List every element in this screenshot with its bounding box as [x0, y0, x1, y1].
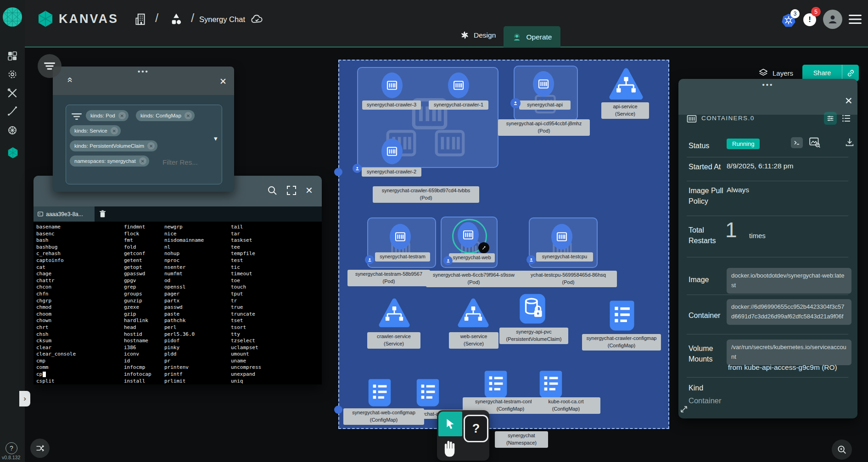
view-config-toggle[interactable]: [824, 112, 837, 125]
action-badge[interactable]: [478, 242, 489, 253]
node-configmap-web[interactable]: [367, 378, 392, 407]
layers-button[interactable]: Layers: [758, 68, 793, 78]
chip-remove-icon[interactable]: ✕: [111, 127, 118, 134]
hamburger-menu-icon[interactable]: [849, 14, 862, 24]
chip-remove-icon[interactable]: ✕: [118, 112, 126, 119]
node-pod-testcpu[interactable]: [551, 224, 572, 250]
help-button[interactable]: ?: [6, 442, 17, 454]
collapse-icon[interactable]: «: [65, 77, 76, 83]
tab-design[interactable]: Design: [460, 30, 496, 40]
row-label-image-pull-policy: Image Pull Policy: [689, 185, 723, 206]
row-value-volume-mount-path[interactable]: /var/run/secrets/kubernetes.io/serviceac…: [727, 340, 851, 365]
node-pod-testram[interactable]: [390, 224, 411, 250]
group-collapse-badge[interactable]: [365, 255, 374, 264]
divider: [687, 334, 848, 334]
details-close-icon[interactable]: ✕: [845, 95, 853, 106]
tool-select-arrow[interactable]: [438, 412, 462, 436]
filter-chip-namespace[interactable]: namespaces: synergychat ✕: [70, 156, 149, 167]
terminal-column-1: basename basenc bash bashbug c_rehash ca…: [36, 224, 76, 384]
terminal-output[interactable]: basename basenc bash bashbug c_rehash ca…: [34, 222, 322, 384]
node-pod-api[interactable]: [533, 71, 554, 97]
node-configmap-kube-root[interactable]: [538, 370, 563, 399]
filter-chip-label: namespaces: synergychat: [74, 158, 136, 164]
restarts-unit: times: [749, 232, 766, 239]
organization-icon[interactable]: [134, 12, 148, 26]
branch-arrows-icon: [35, 444, 45, 453]
filter-chip-kinds-pod[interactable]: kinds: Pod ✕: [86, 110, 129, 121]
image-inspect-icon[interactable]: [809, 137, 821, 148]
filter-chip-kinds-service[interactable]: kinds: Service ✕: [70, 125, 121, 136]
terminal-close-icon[interactable]: ✕: [305, 185, 313, 196]
sidebar-item-dashboard[interactable]: [7, 50, 18, 61]
operate-headset-icon: [512, 32, 522, 42]
node-pod-crawler-3[interactable]: [381, 72, 403, 98]
sidebar-item-kanvas-active[interactable]: [7, 147, 19, 159]
sidebar-item-settings[interactable]: [7, 69, 18, 80]
node-configmap-api[interactable]: [415, 378, 440, 407]
node-service-crawler[interactable]: [378, 298, 410, 328]
arrange-layout-button[interactable]: [30, 439, 50, 458]
group-collapse-badge[interactable]: [510, 98, 521, 108]
node-pvc-synergy-api[interactable]: [519, 293, 546, 325]
tab-operate[interactable]: Operate: [504, 26, 560, 48]
row-label-container: Container: [689, 310, 720, 321]
list-view-icon[interactable]: [842, 114, 851, 123]
question-icon: ?: [472, 422, 480, 436]
terminal-cursor-block: [43, 372, 46, 377]
filter-close-icon[interactable]: ✕: [219, 76, 227, 87]
node-pod-web-selected[interactable]: [458, 222, 479, 248]
node-pod-crawler-2[interactable]: [381, 139, 403, 164]
chip-remove-icon[interactable]: ✕: [147, 142, 155, 150]
kanvas-logo-icon[interactable]: [37, 10, 54, 28]
zoom-search-button[interactable]: [832, 440, 852, 460]
chip-remove-icon[interactable]: ✕: [139, 157, 146, 165]
terminal-fullscreen-icon[interactable]: [286, 185, 297, 196]
panel-resize-handle[interactable]: [680, 406, 688, 413]
row-value-image[interactable]: docker.io/bootdotdev/synergychat-web:lat…: [727, 268, 851, 294]
sidebar-item-helm[interactable]: [7, 125, 18, 136]
filter-chip-label: kinds: PersistentVolumeClaim: [74, 143, 144, 149]
row-value-container-id[interactable]: docker://6d96990655cc952b4423304f3c57d66…: [727, 299, 851, 325]
filter-chip-kinds-configmap[interactable]: kinds: ConfigMap ✕: [136, 110, 195, 121]
terminal-tab-active[interactable]: aaaa39e3-8a...: [34, 206, 95, 222]
group-collapse-badge[interactable]: [443, 256, 453, 265]
node-configmap-testram[interactable]: [483, 370, 508, 399]
breadcrumb-project-name[interactable]: Synergy Chat: [199, 15, 245, 24]
terminal-tabbar: aaaa39e3-8a...: [34, 206, 322, 222]
avatar[interactable]: [823, 10, 842, 29]
terminal-column-3: newgrp nice nisdomainname nl nohup nproc…: [164, 224, 204, 384]
group-collapse-badge[interactable]: [353, 164, 362, 173]
workspace-shapes-icon[interactable]: [169, 12, 184, 27]
filter-resources-input[interactable]: [162, 158, 214, 167]
drag-handle-dots[interactable]: •••: [53, 67, 234, 75]
node-pod-crawler-1[interactable]: [448, 72, 469, 98]
node-service-api[interactable]: [608, 68, 644, 101]
group-collapse-badge[interactable]: [526, 255, 536, 264]
drag-handle-dots[interactable]: •••: [678, 81, 857, 89]
sidebar-item-connections[interactable]: [7, 106, 18, 117]
sidebar-item-toolbox[interactable]: [7, 88, 18, 99]
row-value-kind: Container: [689, 396, 722, 405]
open-terminal-button[interactable]: [791, 137, 803, 148]
filter-dropdown-caret[interactable]: ▾: [214, 134, 218, 143]
status-badge: Running: [727, 139, 760, 149]
sidebar-expand-flap[interactable]: ›: [19, 391, 30, 406]
download-logs-icon[interactable]: [845, 137, 855, 147]
tool-help[interactable]: ?: [464, 415, 488, 442]
node-service-web[interactable]: [457, 298, 489, 328]
magnifier-icon: [837, 445, 847, 455]
header-underline: [25, 46, 868, 48]
terminal-search-icon[interactable]: [267, 185, 278, 196]
layer5-logo[interactable]: [2, 7, 22, 27]
ghost-container-icon: [429, 123, 471, 163]
chip-remove-icon[interactable]: ✕: [185, 112, 192, 119]
selection-edge-badge[interactable]: [334, 168, 342, 176]
filter-chip-label: kinds: Pod: [90, 113, 115, 118]
selection-edge-badge[interactable]: [334, 406, 342, 414]
trash-icon[interactable]: [99, 210, 106, 218]
node-configmap-crawler[interactable]: [609, 300, 635, 332]
filter-chip-kinds-pvc[interactable]: kinds: PersistentVolumeClaim ✕: [70, 140, 157, 151]
filter-menu-button[interactable]: [38, 54, 62, 78]
brand-wordmark[interactable]: KANVAS: [59, 12, 118, 26]
filter-chip-label: kinds: ConfigMap: [140, 113, 181, 118]
